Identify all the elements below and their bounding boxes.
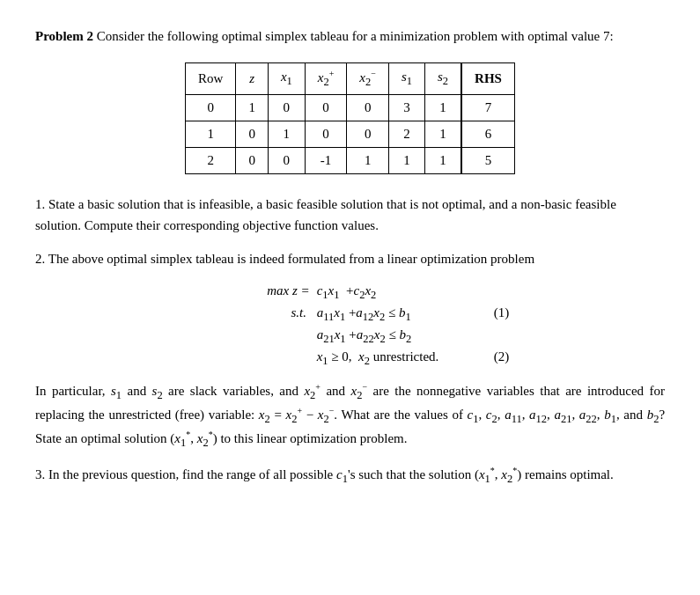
col-header-row: Row bbox=[186, 62, 236, 94]
cell-row2-z: 0 bbox=[236, 147, 269, 173]
lp-nonneg-row: x1 ≥ 0, x2 unrestricted. (2) bbox=[262, 349, 439, 368]
cell-row2-x2p: -1 bbox=[305, 147, 347, 173]
question-2: 2. The above optimal simplex tableau is … bbox=[35, 248, 665, 269]
problem-header: Problem 2 Consider the following optimal… bbox=[35, 26, 665, 47]
problem-number: Problem 2 bbox=[35, 29, 93, 43]
cell-row0-s2: 1 bbox=[425, 94, 462, 121]
lp-c1-expr: a11x1 +a12x2 ≤ b1 bbox=[317, 305, 439, 324]
cell-row2-x2m: 1 bbox=[347, 147, 389, 173]
problem-description: Consider the following optimal simplex t… bbox=[97, 29, 614, 43]
cell-row1-x1: 1 bbox=[268, 121, 305, 147]
table-row: 0 1 0 0 0 3 1 7 bbox=[186, 94, 515, 121]
lp-table: max z = c1x1 +c2x2 s.t. a11x1 +a12x2 ≤ b… bbox=[262, 283, 439, 371]
cell-row1-z: 0 bbox=[236, 121, 269, 147]
col-header-rhs: RHS bbox=[461, 62, 514, 94]
cell-row0-x2m: 0 bbox=[347, 94, 389, 121]
q3-text: In the previous question, find the range… bbox=[48, 467, 614, 481]
lp-formulation: max z = c1x1 +c2x2 s.t. a11x1 +a12x2 ≤ b… bbox=[35, 283, 665, 371]
cell-row0-x1: 0 bbox=[268, 94, 305, 121]
q1-text: State a basic solution that is infeasibl… bbox=[35, 197, 616, 232]
cell-row1-x2p: 0 bbox=[305, 121, 347, 147]
lp-nonneg-expr: x1 ≥ 0, x2 unrestricted. bbox=[317, 349, 439, 368]
col-header-x1: x1 bbox=[268, 62, 305, 94]
cell-row1-x2m: 0 bbox=[347, 121, 389, 147]
cell-row0-x2p: 0 bbox=[305, 94, 347, 121]
cell-row2-rhs: 5 bbox=[461, 147, 514, 173]
cell-row1-label: 1 bbox=[186, 121, 236, 147]
cell-row1-rhs: 6 bbox=[461, 121, 514, 147]
lp-eq-number-2: (2) bbox=[494, 349, 510, 364]
cell-row0-z: 1 bbox=[236, 94, 269, 121]
problem-container: Problem 2 Consider the following optimal… bbox=[35, 26, 665, 488]
lp-obj-row: max z = c1x1 +c2x2 bbox=[262, 283, 439, 302]
questions-section: 1. State a basic solution that is infeas… bbox=[35, 194, 665, 488]
q3-number: 3. bbox=[35, 467, 48, 481]
lp-obj-label: max z = bbox=[262, 283, 310, 298]
simplex-tableau: Row z x1 x2+ x2− s1 s2 RHS 0 1 0 0 0 3 bbox=[185, 62, 515, 174]
cell-row0-label: 0 bbox=[186, 94, 236, 121]
lp-c2-row: a21x1 +a22x2 ≤ b2 bbox=[262, 327, 439, 346]
lp-obj-expr: c1x1 +c2x2 bbox=[317, 283, 439, 302]
paragraph-2: In particular, s1 and s2 are slack varia… bbox=[35, 380, 665, 452]
lp-eq-number-1: (1) bbox=[494, 305, 510, 320]
cell-row2-x1: 0 bbox=[268, 147, 305, 173]
col-header-s2: s2 bbox=[425, 62, 462, 94]
cell-row1-s2: 1 bbox=[425, 121, 462, 147]
q2-number: 2. bbox=[35, 252, 48, 266]
col-header-s1: s1 bbox=[388, 62, 424, 94]
cell-row0-rhs: 7 bbox=[461, 94, 514, 121]
table-row: 1 0 1 0 0 2 1 6 bbox=[186, 121, 515, 147]
q2-text: The above optimal simplex tableau is ind… bbox=[48, 252, 534, 266]
cell-row0-s1: 3 bbox=[388, 94, 424, 121]
lp-st-label: s.t. bbox=[262, 305, 310, 320]
col-header-x2plus: x2+ bbox=[305, 62, 347, 94]
cell-row1-s1: 2 bbox=[388, 121, 424, 147]
table-row: 2 0 0 -1 1 1 1 5 bbox=[186, 147, 515, 173]
question-1: 1. State a basic solution that is infeas… bbox=[35, 194, 665, 236]
tableau-container: Row z x1 x2+ x2− s1 s2 RHS 0 1 0 0 0 3 bbox=[35, 62, 665, 174]
col-header-z: z bbox=[236, 62, 269, 94]
lp-st-row: s.t. a11x1 +a12x2 ≤ b1 (1) bbox=[262, 305, 439, 324]
question-3: 3. In the previous question, find the ra… bbox=[35, 464, 665, 488]
col-header-x2minus: x2− bbox=[347, 62, 389, 94]
cell-row2-s2: 1 bbox=[425, 147, 462, 173]
lp-c2-expr: a21x1 +a22x2 ≤ b2 bbox=[317, 327, 439, 346]
cell-row2-label: 2 bbox=[186, 147, 236, 173]
cell-row2-s1: 1 bbox=[388, 147, 424, 173]
q1-number: 1. bbox=[35, 197, 48, 211]
